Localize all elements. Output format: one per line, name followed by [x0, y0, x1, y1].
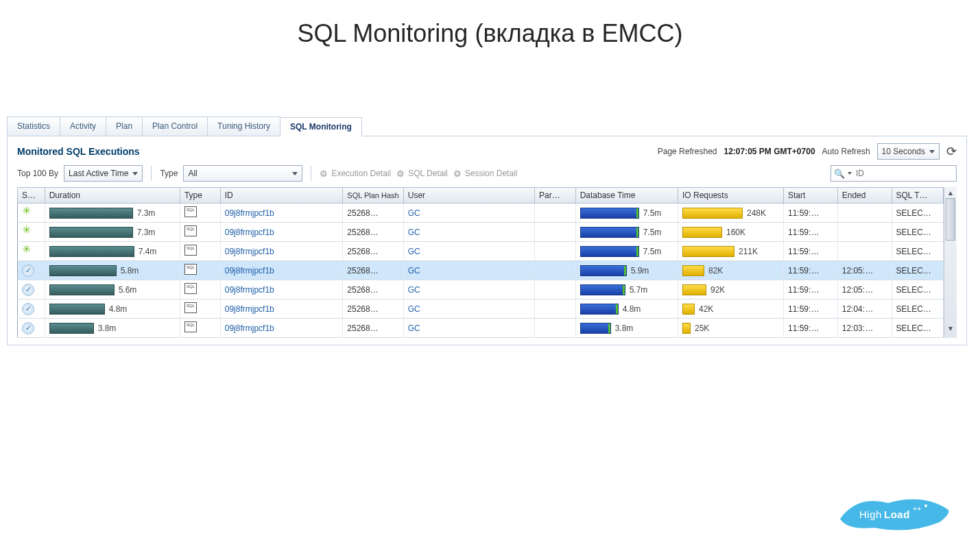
sql-icon [184, 321, 197, 332]
user-link[interactable]: GC [408, 228, 420, 237]
sql-detail-label: SQL Detail [408, 169, 448, 178]
table-wrap: S… Duration Type ID SQL Plan Hash User P… [17, 187, 957, 338]
running-icon [22, 206, 33, 217]
sql-text: SELEC… [892, 261, 944, 280]
col-duration[interactable]: Duration [45, 188, 180, 204]
io-bar [682, 323, 691, 334]
table-row[interactable]: ✓4.8m09j8frmjpcf1b25268…GC4.8m42K11:59:…… [18, 299, 944, 319]
sql-id-link[interactable]: 09j8frmjpcf1b [225, 304, 274, 314]
caret-icon [292, 172, 298, 175]
col-status[interactable]: S… [18, 188, 45, 204]
tab-sql-monitoring[interactable]: SQL Monitoring [280, 117, 362, 136]
io-value: 248K [747, 208, 766, 218]
user-link[interactable]: GC [408, 323, 420, 333]
top100-select[interactable]: Last Active Time [64, 165, 143, 182]
user-link[interactable]: GC [408, 304, 420, 314]
sql-text: SELEC… [892, 280, 944, 299]
table-row[interactable]: 7.3m09j8frmjpcf1b25268…GC7.5m160K11:59:…… [18, 223, 944, 242]
toolbar: Top 100 By Last Active Time Type All ⚙Ex… [17, 165, 957, 182]
dbtime-bar [580, 304, 619, 315]
execution-detail-button[interactable]: ⚙Execution Detail [320, 169, 391, 179]
col-par[interactable]: Par… [534, 188, 575, 204]
slide-title: SQL Monitoring (вкладка в EMCC) [0, 0, 980, 48]
col-ended[interactable]: Ended [837, 188, 892, 204]
refresh-info: Page Refreshed 12:07:05 PM GMT+0700 Auto… [658, 143, 957, 160]
exec-detail-label: Execution Detail [331, 169, 391, 178]
dbtime-value: 5.9m [631, 266, 649, 276]
user-link[interactable]: GC [408, 285, 420, 295]
auto-refresh-value: 10 Seconds [882, 147, 925, 156]
col-sqlt[interactable]: SQL T… [892, 188, 944, 204]
start-time: 11:59:… [784, 319, 838, 338]
end-time [837, 204, 892, 223]
separator [151, 166, 152, 181]
sql-id-link[interactable]: 09j8frmjpcf1b [225, 285, 274, 295]
emcc-panel: StatisticsActivityPlanPlan ControlTuning… [7, 117, 967, 345]
session-detail-label: Session Detail [465, 169, 518, 178]
tab-statistics[interactable]: Statistics [7, 117, 60, 136]
plan-hash: 25268… [343, 299, 403, 319]
user-link[interactable]: GC [408, 208, 420, 218]
duration-bar [49, 227, 133, 238]
io-value: 92K [710, 285, 725, 295]
tab-plan[interactable]: Plan [106, 117, 143, 136]
sql-id-link[interactable]: 09j8frmjpcf1b [225, 208, 274, 218]
dbtime-bar [580, 246, 639, 257]
tab-activity[interactable]: Activity [60, 117, 106, 136]
type-select[interactable]: All [183, 165, 302, 182]
scroll-thumb[interactable] [946, 198, 955, 241]
col-id[interactable]: ID [220, 188, 343, 204]
sql-icon [184, 264, 197, 275]
session-detail-button[interactable]: ⚙Session Detail [453, 169, 518, 179]
auto-refresh-select[interactable]: 10 Seconds [877, 143, 940, 160]
table-row[interactable]: ✓5.8m09j8frmjpcf1b25268…GC5.9m82K11:59:…… [18, 261, 944, 280]
sql-detail-button[interactable]: ⚙SQL Detail [396, 169, 448, 179]
duration-bar [49, 284, 115, 295]
end-time: 12:04:… [837, 299, 892, 319]
table-row[interactable]: ✓3.8m09j8frmjpcf1b25268…GC3.8m25K11:59:…… [18, 319, 944, 338]
sql-id-link[interactable]: 09j8frmjpcf1b [225, 323, 274, 333]
parallel-cell [534, 299, 575, 319]
sql-text: SELEC… [892, 204, 944, 223]
sql-icon [184, 225, 197, 236]
tab-tuning-history[interactable]: Tuning History [207, 117, 280, 136]
duration-bar [49, 304, 105, 315]
sql-id-link[interactable]: 09j8frmjpcf1b [225, 228, 274, 237]
sql-id-link[interactable]: 09j8frmjpcf1b [225, 266, 274, 276]
table-header-row: S… Duration Type ID SQL Plan Hash User P… [18, 188, 944, 204]
search-icon: 🔍 [834, 169, 845, 179]
panel-header: Monitored SQL Executions Page Refreshed … [17, 143, 957, 160]
running-icon [22, 225, 33, 236]
col-start[interactable]: Start [784, 188, 838, 204]
sql-text: SELEC… [892, 242, 944, 261]
io-bar [682, 208, 743, 219]
top100-value: Last Active Time [69, 169, 128, 178]
scroll-down-arrow[interactable]: ▾ [944, 323, 957, 334]
running-icon [22, 245, 33, 256]
tab-plan-control[interactable]: Plan Control [142, 117, 208, 136]
vertical-scrollbar[interactable]: ▴ ▾ [944, 187, 957, 338]
io-value: 42K [699, 304, 713, 314]
col-type[interactable]: Type [180, 188, 220, 204]
refresh-icon[interactable]: ⟳ [946, 144, 957, 159]
table-row[interactable]: 7.4m09j8frmjpcf1b25268…GC7.5m211K11:59:…… [18, 242, 944, 261]
col-user[interactable]: User [403, 188, 534, 204]
dbtime-bar [580, 208, 639, 219]
sql-id-link[interactable]: 09j8frmjpcf1b [225, 247, 274, 256]
start-time: 11:59:… [784, 299, 838, 319]
duration-bar [49, 208, 133, 219]
io-bar [682, 284, 706, 295]
col-hash[interactable]: SQL Plan Hash [343, 188, 403, 204]
col-db[interactable]: Database Time [575, 188, 678, 204]
user-link[interactable]: GC [408, 266, 420, 276]
table-row[interactable]: 7.3m09j8frmjpcf1b25268…GC7.5m248K11:59:…… [18, 204, 944, 223]
duration-bar [49, 265, 117, 276]
dbtime-value: 3.8m [615, 323, 634, 333]
search-input[interactable] [854, 168, 953, 179]
search-box[interactable]: 🔍 [830, 165, 957, 182]
col-io[interactable]: IO Requests [678, 188, 783, 204]
scroll-up-arrow[interactable]: ▴ [944, 187, 957, 198]
gear-icon: ⚙ [320, 169, 328, 179]
table-row[interactable]: ✓5.6m09j8frmjpcf1b25268…GC5.7m92K11:59:…… [18, 280, 944, 299]
user-link[interactable]: GC [408, 247, 420, 256]
